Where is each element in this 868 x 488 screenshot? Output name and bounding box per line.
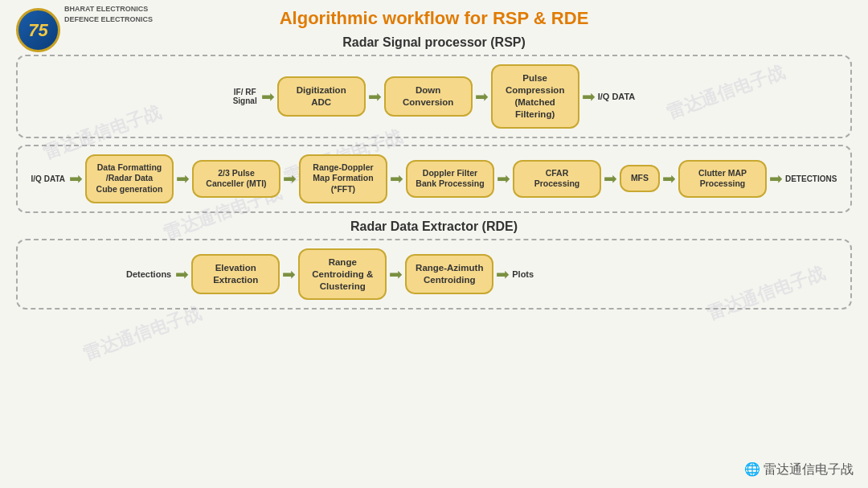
rsp-flow-row: IF/ RFSignal ➡ Digitization ADC ➡ Down C… bbox=[30, 64, 838, 129]
box-doppler-filter: Doppler Filter Bank Processing bbox=[406, 160, 494, 198]
rde-proc-dashed-box: I/Q DATA ➡ Data Formatting /Radar Data C… bbox=[16, 145, 852, 213]
arrow-rde-3: ➡ bbox=[387, 169, 406, 188]
box-range-azimuth: Range-Azimuth Centroiding bbox=[405, 254, 493, 294]
page-title: Algorithmic workflow for RSP & RDE bbox=[16, 8, 852, 29]
box-pulse-canceller: 2/3 Pulse Canceller (MTI) bbox=[192, 160, 280, 198]
arrow-rsp-1: ➡ bbox=[366, 87, 384, 106]
arrow-rsp-in: ➡ bbox=[259, 87, 277, 106]
arrow-rde-in: ➡ bbox=[67, 169, 85, 188]
box-mfs: MFS bbox=[620, 165, 660, 192]
watermark-6: 雷达通信电子战 bbox=[80, 301, 205, 367]
rde-proc-output-label: DETECTIONS bbox=[785, 174, 837, 183]
box-down-conversion: Down Conversion bbox=[384, 76, 473, 117]
box-range-doppler: Range-Doppler Map Formation (*FFT) bbox=[299, 154, 387, 203]
arrow-rde-out: ➡ bbox=[767, 169, 785, 188]
rde-section: Radar Data Extractor (RDE) Detections ➡ … bbox=[16, 219, 852, 310]
arrow-rsp-2: ➡ bbox=[473, 87, 491, 106]
box-clutter-map: Clutter MAP Processing bbox=[678, 160, 767, 198]
rde-proc-flow-row: I/Q DATA ➡ Data Formatting /Radar Data C… bbox=[30, 154, 838, 203]
rde-input-label: Detections bbox=[126, 269, 171, 279]
main-container: 雷达通信电子战 雷达通信电子战 雷达通信电子战 雷达通信电子战 雷达通信电子战 … bbox=[0, 0, 868, 488]
arrow-rde-ext-out: ➡ bbox=[493, 265, 512, 284]
arrow-rde-2: ➡ bbox=[280, 169, 299, 188]
box-range-centroiding: Range Centroiding & Clustering bbox=[298, 248, 387, 301]
arrow-rde-ext-2: ➡ bbox=[387, 265, 405, 284]
rsp-input-label: IF/ RFSignal bbox=[233, 88, 257, 105]
rde-proc-input-label: I/Q DATA bbox=[31, 174, 65, 183]
rsp-label: Radar Signal processor (RSP) bbox=[16, 35, 852, 50]
box-data-formatting: Data Formatting /Radar Data Cube generat… bbox=[85, 154, 174, 203]
rde-output-label: Plots bbox=[512, 269, 534, 279]
rde-dashed-box: Detections ➡ Elevation Extraction ➡ Rang… bbox=[16, 239, 852, 310]
rde-flow-row: Detections ➡ Elevation Extraction ➡ Rang… bbox=[30, 248, 838, 301]
arrow-rsp-out: ➡ bbox=[579, 87, 598, 106]
arrow-rde-6: ➡ bbox=[660, 169, 678, 188]
rde-proc-section: I/Q DATA ➡ Data Formatting /Radar Data C… bbox=[16, 145, 852, 213]
arrow-rde-5: ➡ bbox=[601, 169, 620, 188]
bottom-watermark: 🌐 雷达通信电子战 bbox=[744, 461, 854, 478]
arrow-rde-4: ➡ bbox=[494, 169, 513, 188]
arrow-rde-ext-1: ➡ bbox=[280, 265, 298, 284]
box-digitization: Digitization ADC bbox=[277, 76, 366, 117]
box-elevation: Elevation Extraction bbox=[191, 254, 280, 294]
box-pulse-compression: Pulse Compression (Matched Filtering) bbox=[491, 64, 579, 129]
rsp-dashed-box: IF/ RFSignal ➡ Digitization ADC ➡ Down C… bbox=[16, 55, 852, 138]
arrow-rde-ext-in: ➡ bbox=[173, 265, 191, 284]
rsp-output-label: I/Q DATA bbox=[598, 92, 636, 101]
box-cfar: CFAR Processing bbox=[513, 160, 601, 198]
rsp-section: Radar Signal processor (RSP) IF/ RFSigna… bbox=[16, 35, 852, 138]
arrow-rde-1: ➡ bbox=[174, 169, 192, 188]
rde-label: Radar Data Extractor (RDE) bbox=[16, 219, 852, 234]
